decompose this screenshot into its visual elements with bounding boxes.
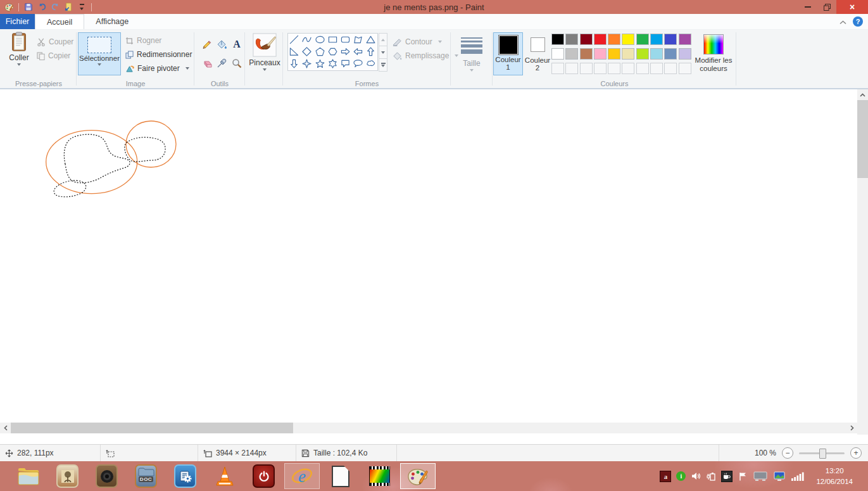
zoom-out-button[interactable]: − <box>782 447 793 459</box>
palette-swatch[interactable] <box>608 48 620 60</box>
shape-icon[interactable] <box>352 58 365 70</box>
drawing-canvas[interactable] <box>0 89 857 435</box>
edit-colors-button[interactable]: Modifier les couleurs <box>693 32 734 74</box>
palette-swatch[interactable] <box>664 48 677 60</box>
palette-swatch-empty[interactable] <box>608 63 620 74</box>
shape-icon[interactable] <box>352 46 365 58</box>
palette-swatch[interactable] <box>580 34 593 45</box>
shape-icon[interactable] <box>326 34 339 46</box>
color1-button[interactable]: Couleur 1 <box>493 32 523 75</box>
palette-swatch[interactable] <box>622 48 634 60</box>
power-button-icon[interactable] <box>253 465 275 487</box>
palette-swatch[interactable] <box>608 34 620 45</box>
shape-icon[interactable] <box>365 46 377 58</box>
tray-action-center-icon[interactable] <box>738 471 748 481</box>
minimize-button[interactable] <box>798 0 817 14</box>
crop-button[interactable]: Rogner <box>125 36 161 45</box>
palette-swatch[interactable] <box>636 34 649 45</box>
palette-swatch[interactable] <box>565 34 578 45</box>
brushes-button[interactable]: Pinceaux <box>248 33 281 71</box>
tab-accueil[interactable]: Accueil <box>35 14 84 29</box>
palette-swatch[interactable] <box>594 48 607 60</box>
gallery-scroll-down[interactable] <box>379 46 387 59</box>
zoom-slider[interactable] <box>799 452 845 454</box>
shape-icon[interactable] <box>365 58 377 70</box>
shape-icon[interactable] <box>313 46 326 58</box>
scroll-right-arrow[interactable] <box>846 423 857 433</box>
tray-signal-icon[interactable] <box>791 471 805 481</box>
shape-icon[interactable] <box>301 58 313 70</box>
zoom-in-button[interactable]: + <box>850 447 862 459</box>
magnifier-tool[interactable] <box>230 56 244 70</box>
select-button[interactable]: Sélectionner <box>78 32 121 75</box>
resize-button[interactable]: Redimensionner <box>125 50 192 59</box>
palette-swatch-empty[interactable] <box>622 63 634 74</box>
palette-swatch[interactable] <box>565 48 578 60</box>
media-converter-icon[interactable] <box>368 465 391 487</box>
collapse-ribbon-icon[interactable] <box>840 16 846 27</box>
palette-swatch-empty[interactable] <box>580 63 593 74</box>
palette-swatch-empty[interactable] <box>679 63 691 74</box>
taskbar-ie-button[interactable]: e <box>284 463 320 489</box>
color-picker-tool[interactable] <box>215 56 229 70</box>
restore-button[interactable] <box>817 0 836 14</box>
file-explorer-icon[interactable] <box>17 465 39 487</box>
redo-button[interactable] <box>49 1 61 13</box>
settings-app-icon[interactable] <box>174 465 196 487</box>
fill-button[interactable]: Remplissage <box>393 51 458 60</box>
shape-icon[interactable] <box>288 58 301 70</box>
shape-icon[interactable] <box>352 34 365 46</box>
palette-swatch-empty[interactable] <box>636 63 649 74</box>
tray-clock[interactable]: 13:20 12/06/2014 <box>810 466 862 487</box>
shape-icon[interactable] <box>288 34 301 46</box>
tray-displays-icon[interactable] <box>753 471 768 481</box>
shape-icon[interactable] <box>301 34 313 46</box>
palette-swatch-empty[interactable] <box>594 63 607 74</box>
shape-icon[interactable] <box>339 34 352 46</box>
tab-affichage[interactable]: Affichage <box>84 14 140 29</box>
libreoffice-icon[interactable] <box>329 465 351 487</box>
qat-custom-icon[interactable] <box>63 1 74 13</box>
palette-swatch[interactable] <box>679 48 691 60</box>
palette-swatch[interactable] <box>580 48 593 60</box>
tray-app-icon[interactable]: a <box>660 471 671 482</box>
scroll-up-arrow[interactable] <box>857 89 868 100</box>
shape-icon[interactable] <box>313 34 326 46</box>
shape-icon[interactable] <box>365 34 377 46</box>
palette-swatch[interactable] <box>551 48 564 60</box>
palette-swatch[interactable] <box>679 34 691 45</box>
palette-swatch[interactable] <box>622 34 634 45</box>
palette-swatch-empty[interactable] <box>664 63 677 74</box>
close-button[interactable]: × <box>836 0 868 14</box>
palette-swatch[interactable] <box>664 34 677 45</box>
help-icon[interactable]: ? <box>853 16 863 27</box>
palette-swatch[interactable] <box>636 48 649 60</box>
photo-viewer-icon[interactable] <box>56 465 79 487</box>
horizontal-scrollbar[interactable] <box>0 423 857 433</box>
palette-swatch-empty[interactable] <box>565 63 578 74</box>
gallery-expand[interactable] <box>379 58 387 72</box>
palette-swatch-empty[interactable] <box>650 63 663 74</box>
shape-icon[interactable] <box>326 58 339 70</box>
scroll-left-arrow[interactable] <box>0 423 11 433</box>
save-button[interactable] <box>23 1 34 13</box>
qat-customize-dropdown[interactable] <box>76 1 87 13</box>
tray-volume-icon[interactable] <box>691 471 701 481</box>
doc-folder-icon[interactable]: DOC <box>135 465 157 487</box>
color2-button[interactable]: Couleur 2 <box>524 32 551 74</box>
vlc-icon[interactable] <box>213 465 236 487</box>
tab-fichier[interactable]: Fichier <box>0 14 35 29</box>
copy-button[interactable]: Copier <box>37 51 70 60</box>
tray-display-color-icon[interactable] <box>773 471 786 481</box>
zoom-slider-thumb[interactable] <box>819 449 826 459</box>
undo-button[interactable] <box>36 1 47 13</box>
vertical-scrollbar[interactable] <box>857 89 868 435</box>
shape-icon[interactable] <box>326 46 339 58</box>
palette-swatch[interactable] <box>650 48 663 60</box>
cut-button[interactable]: Couper <box>37 37 73 46</box>
tray-info-icon[interactable]: i <box>676 471 686 481</box>
shape-icon[interactable] <box>288 46 301 58</box>
palette-swatch-empty[interactable] <box>551 63 564 74</box>
shape-icon[interactable] <box>339 46 352 58</box>
text-tool[interactable]: A <box>230 37 244 51</box>
